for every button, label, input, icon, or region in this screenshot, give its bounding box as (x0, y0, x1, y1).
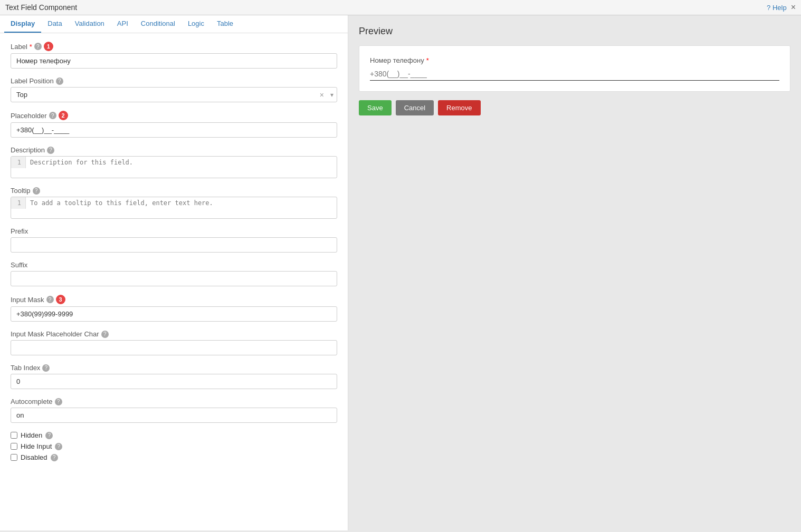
suffix-label: Suffix (11, 261, 337, 269)
tooltip-help-icon: ? (33, 187, 40, 195)
suffix-group: Suffix (11, 261, 337, 286)
hide-input-row: Hide Input ? (11, 442, 337, 450)
help-icon: ? (767, 4, 770, 12)
input-mask-label: Input Mask ? 3 (11, 295, 337, 304)
prefix-label: Prefix (11, 227, 337, 235)
autocomplete-input[interactable] (11, 408, 337, 423)
tab-index-label: Tab Index ? (11, 364, 337, 372)
right-panel: Preview Номер телефону * Save Cancel Rem… (348, 15, 801, 530)
label-position-group: Label Position ? Top Left Right Bottom ×… (11, 77, 337, 102)
tab-validation[interactable]: Validation (69, 15, 111, 33)
disabled-row: Disabled ? (11, 453, 337, 461)
tooltip-line-content[interactable]: To add a tooltip to this field, enter te… (26, 197, 252, 218)
window-title: Text Field Component (5, 3, 77, 12)
title-bar-right: ? Help × (767, 3, 796, 12)
input-mask-placeholder-input[interactable] (11, 340, 337, 355)
autocomplete-help-icon: ? (55, 398, 62, 405)
preview-required-star: * (426, 56, 429, 64)
tooltip-line-number: 1 (11, 197, 26, 209)
tab-table[interactable]: Table (211, 15, 240, 33)
remove-button[interactable]: Remove (438, 100, 480, 115)
prefix-group: Prefix (11, 227, 337, 253)
preview-title: Preview (359, 26, 790, 37)
tab-index-input[interactable] (11, 374, 337, 389)
input-mask-help-icon: ? (46, 296, 54, 303)
description-line: 1 Description for this field. (11, 157, 337, 178)
form-body: Label * ? 1 Label Position ? Top Left (0, 33, 348, 473)
placeholder-group: Placeholder ? 2 (11, 111, 337, 138)
save-button[interactable]: Save (359, 100, 392, 115)
tooltip-group: Tooltip ? 1 To add a tooltip to this fie… (11, 187, 337, 219)
label-input[interactable] (11, 53, 337, 69)
disabled-help-icon: ? (51, 454, 58, 461)
description-line-number: 1 (11, 157, 26, 168)
hide-input-checkbox[interactable] (11, 443, 17, 450)
label-help-icon: ? (34, 43, 42, 50)
help-link[interactable]: ? Help (767, 4, 787, 12)
tooltip-line: 1 To add a tooltip to this field, enter … (11, 197, 337, 218)
tab-index-group: Tab Index ? (11, 364, 337, 389)
placeholder-input[interactable] (11, 122, 337, 138)
hide-input-help-icon: ? (55, 443, 62, 450)
description-group: Description ? 1 Description for this fie… (11, 146, 337, 178)
placeholder-badge: 2 (59, 111, 68, 120)
input-mask-group: Input Mask ? 3 (11, 295, 337, 322)
input-mask-placeholder-group: Input Mask Placeholder Char ? (11, 330, 337, 355)
tab-index-help-icon: ? (42, 364, 50, 372)
close-button[interactable]: × (791, 3, 796, 12)
disabled-checkbox[interactable] (11, 454, 17, 461)
tab-logic[interactable]: Logic (182, 15, 211, 33)
hidden-row: Hidden ? (11, 431, 337, 439)
label-position-help-icon: ? (56, 78, 63, 85)
preview-phone-input[interactable] (370, 67, 779, 81)
tooltip-editor: 1 To add a tooltip to this field, enter … (11, 197, 337, 219)
hidden-label: Hidden (21, 431, 42, 439)
input-mask-placeholder-help-icon: ? (101, 331, 109, 338)
label-group: Label * ? 1 (11, 42, 337, 69)
placeholder-help-icon: ? (49, 112, 56, 119)
tab-display[interactable]: Display (4, 15, 41, 33)
disabled-label: Disabled (21, 453, 47, 461)
action-buttons: Save Cancel Remove (359, 100, 790, 115)
suffix-input[interactable] (11, 271, 337, 286)
label-position-select[interactable]: Top Left Right Bottom (11, 88, 337, 102)
preview-card: Номер телефону * (359, 45, 790, 92)
tab-api[interactable]: API (111, 15, 135, 33)
tooltip-label: Tooltip ? (11, 187, 337, 195)
label-position-label: Label Position ? (11, 77, 337, 85)
input-mask-input[interactable] (11, 306, 337, 322)
title-bar: Text Field Component ? Help × (0, 0, 801, 15)
main-layout: Display Data Validation API Conditional … (0, 15, 801, 530)
tabs-bar: Display Data Validation API Conditional … (0, 15, 348, 33)
label-position-select-wrapper: Top Left Right Bottom × ▾ (11, 87, 337, 102)
description-help-icon: ? (47, 147, 54, 154)
autocomplete-group: Autocomplete ? (11, 398, 337, 423)
cancel-button[interactable]: Cancel (396, 100, 434, 115)
label-position-clear[interactable]: × (320, 91, 324, 99)
hide-input-label: Hide Input (21, 442, 52, 450)
prefix-input[interactable] (11, 237, 337, 253)
description-line-content[interactable]: Description for this field. (26, 157, 252, 178)
autocomplete-label: Autocomplete ? (11, 398, 337, 405)
hidden-checkbox[interactable] (11, 432, 17, 439)
label-label: Label * ? 1 (11, 42, 337, 51)
hidden-help-icon: ? (45, 432, 53, 439)
placeholder-label: Placeholder ? 2 (11, 111, 337, 120)
description-editor: 1 Description for this field. (11, 156, 337, 178)
input-mask-badge: 3 (56, 295, 65, 304)
tab-data[interactable]: Data (41, 15, 68, 33)
preview-field-label: Номер телефону * (370, 56, 779, 64)
label-required: * (30, 43, 32, 51)
description-label: Description ? (11, 146, 337, 154)
tab-conditional[interactable]: Conditional (135, 15, 182, 33)
left-panel: Display Data Validation API Conditional … (0, 15, 348, 530)
input-mask-placeholder-label: Input Mask Placeholder Char ? (11, 330, 337, 338)
label-badge: 1 (44, 42, 53, 51)
